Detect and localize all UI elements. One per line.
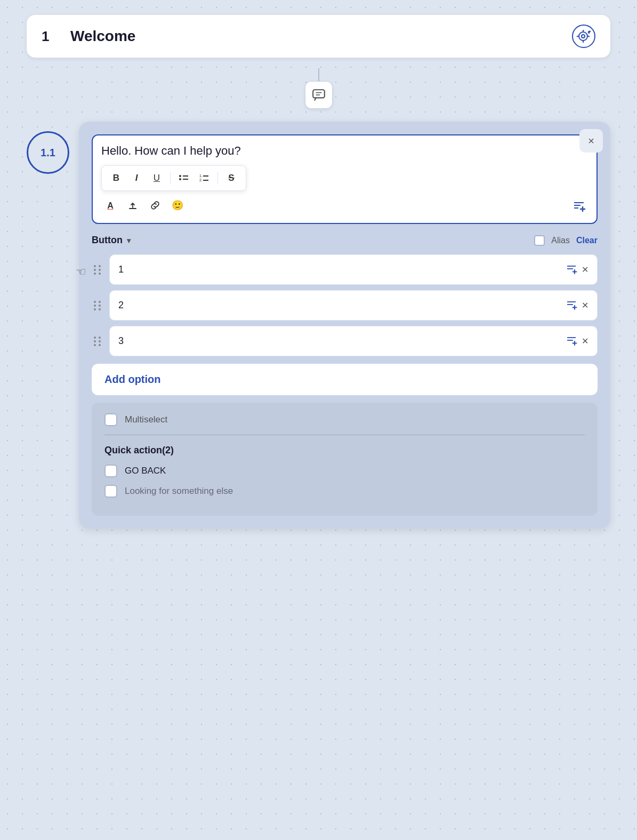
option-remove-button[interactable]: ✕: [582, 336, 588, 346]
drag-dot: [99, 265, 101, 267]
multiselect-checkbox[interactable]: [104, 413, 117, 426]
option-actions: ✕: [566, 298, 588, 313]
drag-dot: [94, 308, 96, 310]
chevron-down-icon: ▾: [127, 236, 131, 245]
add-row-small-icon: [566, 298, 577, 310]
drag-dot: [99, 301, 101, 303]
add-option-label: Add option: [104, 373, 161, 385]
underline-button[interactable]: U: [148, 169, 166, 187]
comment-bubble: [305, 81, 333, 109]
drag-dot: [99, 337, 101, 339]
toolbar-divider-1: [170, 172, 171, 185]
option-value: 3: [118, 335, 124, 347]
drag-dot: [99, 344, 101, 346]
quick-action-label: GO BACK: [125, 466, 166, 476]
upload-button[interactable]: [124, 196, 142, 214]
svg-rect-9: [313, 90, 325, 98]
option-actions: ✕: [566, 334, 588, 348]
add-row-small-icon: [566, 334, 577, 346]
add-row-button[interactable]: [570, 196, 588, 214]
node-label-text: 1.1: [41, 147, 55, 159]
close-icon: ×: [588, 135, 594, 147]
option-input[interactable]: 3 ✕: [109, 326, 598, 356]
editor-text[interactable]: Hello. How can I help you?: [101, 144, 588, 158]
options-list: 1 ✕ 2: [92, 254, 598, 356]
svg-point-14: [179, 178, 181, 180]
button-type-label: Button: [92, 235, 123, 246]
svg-text:2.: 2.: [199, 178, 203, 182]
step-title: Welcome: [70, 28, 559, 45]
clear-button[interactable]: Clear: [576, 236, 598, 245]
option-add-row-button[interactable]: [566, 334, 577, 348]
emoji-button[interactable]: 🙂: [168, 196, 187, 214]
drag-dot: [94, 265, 96, 267]
option-actions: ✕: [566, 262, 588, 277]
drag-handle[interactable]: [92, 263, 104, 277]
section-divider: [104, 435, 585, 435]
drag-dot: [94, 273, 96, 275]
drag-dot: [99, 273, 101, 275]
drag-cursor-icon: ☜: [76, 265, 86, 279]
drag-dot: [99, 269, 101, 271]
option-input[interactable]: 1 ✕: [109, 254, 598, 285]
drag-dot: [94, 340, 96, 342]
link-icon: [150, 200, 160, 211]
quick-action-checkbox[interactable]: [104, 465, 117, 477]
button-type-dropdown[interactable]: Button ▾: [92, 235, 131, 246]
text-editor: Hello. How can I help you? B I U 1. 2.: [92, 134, 598, 224]
drag-dot: [94, 337, 96, 339]
svg-point-12: [179, 175, 181, 177]
quick-action-title: Quick action(2): [104, 445, 585, 456]
numbered-list-button[interactable]: 1. 2.: [195, 169, 213, 187]
quick-action-item: GO BACK: [104, 465, 585, 477]
close-button[interactable]: ×: [579, 129, 603, 153]
quick-action-checkbox[interactable]: [104, 485, 117, 498]
drag-dot: [99, 305, 101, 307]
svg-point-0: [579, 32, 587, 41]
drag-dot: [99, 308, 101, 310]
svg-text:1.: 1.: [199, 174, 203, 178]
main-card: × Hello. How can I help you? B I U 1.: [79, 122, 610, 529]
link-button[interactable]: [146, 196, 164, 214]
upload-icon: [127, 200, 138, 211]
add-option-button[interactable]: Add option: [92, 364, 598, 395]
italic-button[interactable]: I: [127, 169, 146, 187]
node-label: 1.1: [27, 131, 69, 174]
step-header: 1 Welcome: [27, 15, 610, 58]
quick-action-label: Looking for something else: [125, 486, 233, 497]
alias-label: Alias: [551, 236, 570, 245]
bold-button[interactable]: B: [107, 169, 125, 187]
option-row: 1 ✕: [92, 254, 598, 285]
option-value: 1: [118, 264, 124, 275]
comment-icon: [312, 88, 326, 102]
drag-handle[interactable]: [92, 299, 104, 313]
alias-checkbox[interactable]: [534, 235, 545, 246]
toolbar-divider-2: [217, 172, 218, 185]
strikethrough-button[interactable]: S: [222, 169, 240, 187]
bullet-list-button[interactable]: [175, 169, 193, 187]
drag-dot: [99, 340, 101, 342]
drag-dot: [94, 305, 96, 307]
option-row: 3 ✕: [92, 326, 598, 356]
toolbar-row2: A 🙂: [101, 196, 588, 214]
option-remove-button[interactable]: ✕: [582, 265, 588, 275]
add-target-icon: [577, 29, 591, 43]
quick-action-item: Looking for something else: [104, 485, 585, 498]
option-add-row-button[interactable]: [566, 262, 577, 277]
numbered-list-icon: 1. 2.: [199, 173, 209, 183]
step-number: 1: [42, 28, 58, 45]
option-remove-button[interactable]: ✕: [582, 300, 588, 310]
option-row: 2 ✕: [92, 290, 598, 321]
formatting-toolbar: B I U 1. 2. S: [101, 165, 246, 191]
drag-dot: [94, 301, 96, 303]
option-input[interactable]: 2 ✕: [109, 290, 598, 321]
font-color-button[interactable]: A: [101, 196, 119, 214]
button-row: Button ▾ Alias Clear: [92, 235, 598, 246]
multiselect-row: Multiselect: [104, 413, 585, 426]
multiselect-label: Multiselect: [125, 414, 167, 425]
drag-handle[interactable]: [92, 334, 104, 348]
add-row-icon: [572, 198, 586, 212]
add-target-button[interactable]: [572, 25, 595, 48]
bottom-section: Multiselect Quick action(2) GO BACK Look…: [92, 403, 598, 516]
option-add-row-button[interactable]: [566, 298, 577, 313]
